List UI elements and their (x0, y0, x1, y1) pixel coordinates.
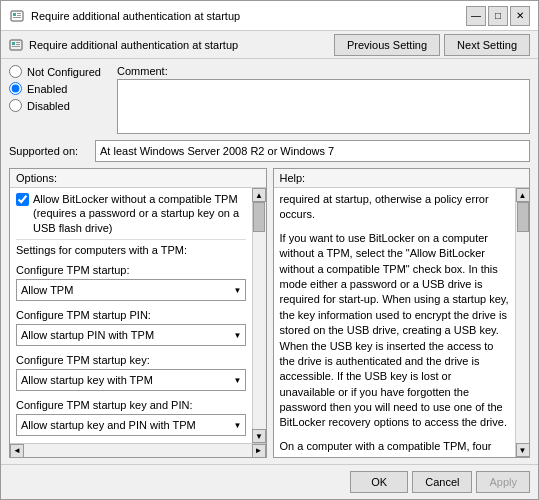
enabled-label: Enabled (27, 83, 67, 95)
next-setting-button[interactable]: Next Setting (444, 34, 530, 56)
options-scroll-right[interactable]: ► (252, 444, 266, 458)
svg-rect-9 (16, 44, 20, 45)
options-scroll-left[interactable]: ◄ (10, 444, 24, 458)
header-title-area: Require additional authentication at sta… (9, 38, 238, 52)
enabled-radio[interactable] (9, 82, 22, 95)
allow-bitlocker-checkbox[interactable] (16, 193, 29, 206)
header-bar: Require additional authentication at sta… (1, 31, 538, 59)
checkbox-main-text: Allow BitLocker without a compatible TPM (33, 193, 238, 205)
help-scroll-up[interactable]: ▲ (516, 188, 530, 202)
checkbox-sub-text: (requires a password or a startup key on… (33, 207, 239, 233)
tpm-pin-select[interactable]: Allow startup PIN with TPM (16, 324, 246, 346)
bottom-bar: OK Cancel Apply (1, 464, 538, 499)
tpm-key-pin-select[interactable]: Allow startup key and PIN with TPM (16, 414, 246, 436)
content-area: Not Configured Enabled Disabled Comment:… (1, 59, 538, 464)
options-scroll-down[interactable]: ▼ (252, 429, 266, 443)
maximize-button[interactable]: □ (488, 6, 508, 26)
supported-row: Supported on: At least Windows Server 20… (9, 140, 530, 162)
cancel-button[interactable]: Cancel (412, 471, 472, 493)
options-scrollbar: ▲ ▼ (252, 188, 266, 443)
tpm-group-label: Settings for computers with a TPM: (16, 244, 246, 256)
tpm-key-pin-dropdown-wrapper: Allow startup key and PIN with TPM ▼ (16, 414, 246, 436)
close-button[interactable]: ✕ (510, 6, 530, 26)
tpm-settings-group: Settings for computers with a TPM: (16, 244, 246, 256)
svg-rect-4 (17, 15, 21, 16)
tpm-startup-dropdown-wrapper: Allow TPM ▼ (16, 279, 246, 301)
apply-button[interactable]: Apply (476, 471, 530, 493)
comment-textarea[interactable] (117, 79, 530, 134)
tpm-pin-label: Configure TPM startup PIN: (16, 309, 246, 321)
svg-rect-6 (12, 42, 15, 45)
help-scrollbar: ▲ ▼ (515, 188, 529, 457)
options-scroll-up[interactable]: ▲ (252, 188, 266, 202)
tpm-startup-select[interactable]: Allow TPM (16, 279, 246, 301)
svg-rect-2 (13, 17, 21, 18)
comment-label: Comment: (117, 65, 530, 77)
allow-bitlocker-option: Allow BitLocker without a compatible TPM… (16, 192, 246, 235)
help-panel: Help: required at startup, otherwise a p… (273, 168, 531, 458)
help-para-2: On a computer with a compatible TPM, fou… (280, 439, 510, 457)
configure-tpm-key: Configure TPM startup key: Allow startup… (16, 354, 246, 391)
tpm-pin-dropdown-wrapper: Allow startup PIN with TPM ▼ (16, 324, 246, 346)
options-content: Allow BitLocker without a compatible TPM… (10, 188, 252, 443)
options-header: Options: (10, 169, 266, 188)
supported-label: Supported on: (9, 145, 89, 157)
tpm-key-label: Configure TPM startup key: (16, 354, 246, 366)
header-title-text: Require additional authentication at sta… (29, 39, 238, 51)
title-bar: Require additional authentication at sta… (1, 1, 538, 31)
help-header: Help: (274, 169, 530, 188)
window-title: Require additional authentication at sta… (31, 10, 240, 22)
main-window: Require additional authentication at sta… (0, 0, 539, 500)
window-icon (9, 8, 25, 24)
help-para-1: If you want to use BitLocker on a comput… (280, 231, 510, 431)
radio-not-configured: Not Configured (9, 65, 109, 78)
radio-enabled: Enabled (9, 82, 109, 95)
disabled-label: Disabled (27, 100, 70, 112)
minimize-button[interactable]: — (466, 6, 486, 26)
help-para-0: required at startup, otherwise a policy … (280, 192, 510, 223)
svg-rect-8 (16, 42, 20, 43)
help-content: required at startup, otherwise a policy … (274, 188, 516, 457)
configure-tpm-startup: Configure TPM startup: Allow TPM ▼ (16, 264, 246, 301)
radio-disabled: Disabled (9, 99, 109, 112)
top-section: Not Configured Enabled Disabled Comment: (9, 65, 530, 134)
supported-value: At least Windows Server 2008 R2 or Windo… (95, 140, 530, 162)
main-panels: Options: Allow BitLocker without a compa… (9, 168, 530, 458)
tpm-key-pin-label: Configure TPM startup key and PIN: (16, 399, 246, 411)
radio-group: Not Configured Enabled Disabled (9, 65, 109, 134)
not-configured-radio[interactable] (9, 65, 22, 78)
tpm-key-dropdown-wrapper: Allow startup key with TPM ▼ (16, 369, 246, 391)
configure-tpm-key-pin: Configure TPM startup key and PIN: Allow… (16, 399, 246, 436)
svg-rect-3 (17, 13, 21, 14)
tpm-key-select[interactable]: Allow startup key with TPM (16, 369, 246, 391)
not-configured-label: Not Configured (27, 66, 101, 78)
disabled-radio[interactable] (9, 99, 22, 112)
tpm-startup-label: Configure TPM startup: (16, 264, 246, 276)
ok-button[interactable]: OK (350, 471, 408, 493)
svg-rect-1 (13, 13, 16, 16)
options-panel: Options: Allow BitLocker without a compa… (9, 168, 267, 458)
header-icon (9, 38, 23, 52)
help-scroll-down[interactable]: ▼ (516, 443, 530, 457)
previous-setting-button[interactable]: Previous Setting (334, 34, 440, 56)
options-hscrollbar: ◄ ► (10, 443, 266, 457)
comment-section: Comment: (117, 65, 530, 134)
configure-tpm-pin: Configure TPM startup PIN: Allow startup… (16, 309, 246, 346)
svg-rect-7 (12, 46, 20, 47)
